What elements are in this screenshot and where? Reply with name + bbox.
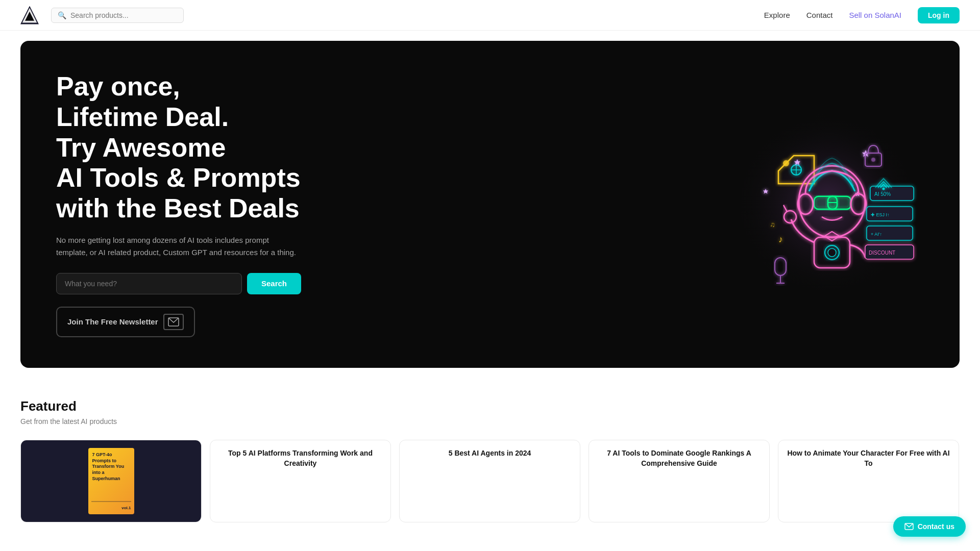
logo[interactable] xyxy=(20,6,39,24)
featured-subtitle: Get from the latest AI products xyxy=(20,417,960,425)
nav-search-bar[interactable]: 🔍 xyxy=(51,8,184,23)
card-body-3: 5 Best AI Agents in 2024 xyxy=(400,440,580,522)
newsletter-label: Join The Free Newsletter xyxy=(67,317,158,326)
featured-card-3[interactable]: 5 Best AI Agents in 2024 xyxy=(399,440,580,522)
contact-btn-label: Contact us xyxy=(918,522,954,531)
svg-text:♪: ♪ xyxy=(778,234,783,244)
navbar: 🔍 Explore Contact Sell on SolanAI Log in xyxy=(0,0,980,31)
card-body-4: 7 AI Tools to Dominate Google Rankings A… xyxy=(589,440,769,522)
featured-card-2[interactable]: Top 5 AI Platforms Transforming Work and… xyxy=(210,440,391,522)
contact-us-button[interactable]: Contact us xyxy=(893,516,966,537)
hero-illustration: ♪ ♫ AI 50% ✚ ESJ I↑ + AI'↑ DISCOUNT xyxy=(730,107,924,301)
card-title-2: Top 5 AI Platforms Transforming Work and… xyxy=(218,448,382,468)
svg-text:♫: ♫ xyxy=(770,220,775,229)
svg-point-5 xyxy=(783,160,789,166)
svg-text:DISCOUNT: DISCOUNT xyxy=(869,250,895,256)
svg-text:+ AI'↑: + AI'↑ xyxy=(871,232,882,237)
newsletter-icon xyxy=(163,314,184,330)
search-icon: 🔍 xyxy=(58,11,66,19)
hero-search-button[interactable]: Search xyxy=(247,273,301,294)
logo-icon xyxy=(20,6,39,24)
newsletter-button[interactable]: Join The Free Newsletter xyxy=(56,307,195,337)
book-title: 7 GPT-4o Prompts to Transform You into a… xyxy=(92,452,130,482)
card-image-1: 7 GPT-4o Prompts to Transform You into a… xyxy=(21,440,201,522)
cards-row: 7 GPT-4o Prompts to Transform You into a… xyxy=(20,440,960,522)
card-body-5: How to Animate Your Character For Free w… xyxy=(778,440,959,522)
featured-section: Featured Get from the latest AI products… xyxy=(0,378,980,551)
hero-title: Pay once, Lifetime Deal. Try Awesome AI … xyxy=(56,71,301,224)
card-title-5: How to Animate Your Character For Free w… xyxy=(787,448,950,468)
featured-title: Featured xyxy=(20,398,960,414)
nav-contact-link[interactable]: Contact xyxy=(806,11,833,19)
svg-point-42 xyxy=(883,188,885,190)
featured-card-5[interactable]: How to Animate Your Character For Free w… xyxy=(778,440,959,522)
featured-card-4[interactable]: 7 AI Tools to Dominate Google Rankings A… xyxy=(589,440,770,522)
svg-text:✚ ESJ I↑: ✚ ESJ I↑ xyxy=(871,212,890,217)
hero-section: Pay once, Lifetime Deal. Try Awesome AI … xyxy=(20,41,960,368)
login-button[interactable]: Log in xyxy=(918,7,960,23)
hero-search-bar: Search xyxy=(56,273,301,294)
nav-explore-link[interactable]: Explore xyxy=(764,11,790,19)
card-body-2: Top 5 AI Platforms Transforming Work and… xyxy=(210,440,390,522)
hero-content: Pay once, Lifetime Deal. Try Awesome AI … xyxy=(56,71,301,337)
mail-icon xyxy=(904,523,914,530)
nav-links: Explore Contact Sell on SolanAI Log in xyxy=(764,7,960,23)
featured-card-1[interactable]: 7 GPT-4o Prompts to Transform You into a… xyxy=(20,440,202,522)
card-title-3: 5 Best AI Agents in 2024 xyxy=(449,448,531,459)
nav-sell-link[interactable]: Sell on SolanAI xyxy=(849,11,901,19)
svg-text:AI 50%: AI 50% xyxy=(874,191,891,197)
hero-search-input[interactable] xyxy=(56,273,242,294)
card-title-4: 7 AI Tools to Dominate Google Rankings A… xyxy=(597,448,761,468)
nav-search-input[interactable] xyxy=(70,11,177,19)
hero-subtitle: No more getting lost among dozens of AI … xyxy=(56,234,301,259)
svg-point-41 xyxy=(871,158,875,162)
card-book-cover: 7 GPT-4o Prompts to Transform You into a… xyxy=(21,440,201,522)
